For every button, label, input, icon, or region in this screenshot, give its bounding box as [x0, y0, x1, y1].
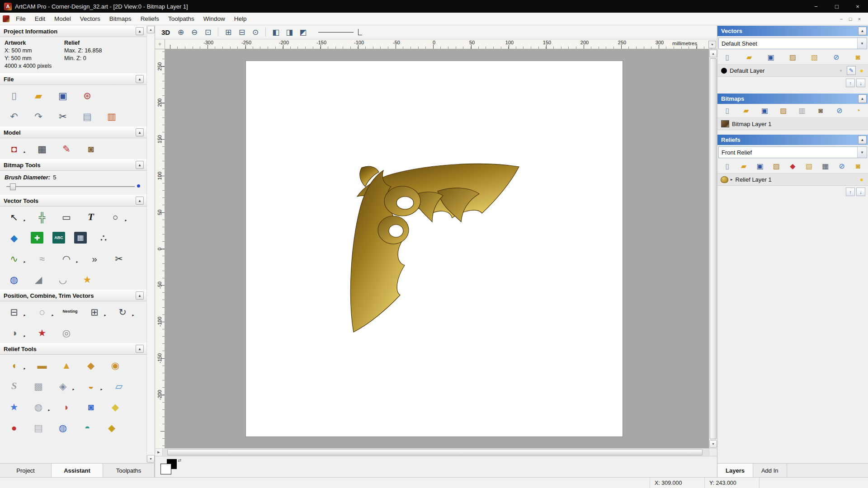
export-model-icon[interactable]: ⊛	[80, 89, 95, 102]
menu-vectors[interactable]: Vectors	[75, 13, 105, 25]
menu-model[interactable]: Model	[50, 13, 75, 25]
export-relief-icon[interactable]: ▧	[804, 161, 815, 171]
new-model-icon[interactable]: ▯	[6, 89, 22, 102]
scroll-up-button[interactable]: ▲	[147, 26, 155, 33]
zoom-objects-icon[interactable]: ⊞	[223, 27, 234, 38]
model-sheet[interactable]	[245, 61, 623, 437]
polyline-tool-icon[interactable]: ∿	[6, 252, 22, 265]
collapse-button[interactable]: ▲	[136, 345, 144, 353]
save-relief-layer-icon[interactable]: ▣	[755, 161, 765, 171]
menu-edit[interactable]: Edit	[30, 13, 50, 25]
pane-toggle-button[interactable]: ▶	[155, 449, 163, 456]
undo-icon[interactable]: ↶	[6, 109, 22, 123]
colour-shape-icon[interactable]: ✎	[59, 142, 74, 155]
menu-bitmaps[interactable]: Bitmaps	[105, 13, 136, 25]
scroll-up-button[interactable]: ▲	[709, 50, 717, 57]
collapse-button[interactable]: ▲	[136, 197, 144, 205]
canvas-vertical-scrollbar[interactable]: ▲ ▼	[709, 49, 717, 448]
text-on-curve-icon[interactable]: ABC	[52, 232, 65, 244]
bitmap-preview-icon[interactable]: ◙	[815, 106, 826, 116]
spin-relief-icon[interactable]: ◉	[108, 358, 123, 372]
mirror-vectors-icon[interactable]: ◑	[6, 326, 22, 339]
menu-reliefs[interactable]: Reliefs	[136, 13, 164, 25]
scroll-down-button[interactable]: ▼	[147, 455, 155, 463]
ruler-options-button[interactable]: ▼	[708, 41, 716, 48]
import-vectors-icon[interactable]: ▨	[787, 52, 798, 62]
lock-layer-icon[interactable]: ▫	[836, 66, 845, 75]
zoom-in-icon[interactable]: ⊕	[175, 27, 186, 38]
mdi-minimize-button[interactable]: −	[837, 16, 845, 22]
scrollbar-thumb[interactable]	[710, 58, 717, 439]
collapse-button[interactable]: ▲	[136, 75, 144, 83]
tab-layers[interactable]: Layers	[717, 464, 753, 477]
move-layer-down-button[interactable]: ↓	[856, 188, 865, 196]
relief-tool-icon[interactable]: ◆	[104, 421, 119, 434]
mdi-close-button[interactable]: ×	[855, 16, 863, 22]
load-bitmap-icon[interactable]: ◙	[83, 142, 99, 155]
toggle-3d-view-button[interactable]: 3D	[159, 28, 173, 37]
relief-tool-icon[interactable]: ▤	[31, 421, 46, 434]
move-layer-up-button[interactable]: ↑	[846, 188, 855, 196]
dropdown-arrow-icon[interactable]: ▼	[857, 38, 867, 49]
s-profile-icon[interactable]: S	[6, 379, 22, 393]
import-relief-icon[interactable]: ▨	[771, 161, 782, 171]
weld-vectors-icon[interactable]: ★	[34, 326, 50, 339]
ruler-origin-button[interactable]: +	[155, 39, 165, 49]
layer-row-bitmap-layer-1[interactable]: Bitmap Layer 1	[717, 117, 868, 130]
new-bitmap-layer-icon[interactable]: ▯	[722, 106, 733, 116]
transform-tool-icon[interactable]: ╬	[34, 210, 50, 224]
star-relief-icon[interactable]: ★	[6, 400, 22, 413]
rectangle-tool-icon[interactable]: ▭	[59, 210, 74, 224]
relief-tool-icon[interactable]: ◍	[55, 421, 71, 434]
collapse-button[interactable]: ▲	[858, 136, 867, 144]
new-vector-layer-icon[interactable]: ▯	[722, 52, 733, 62]
delete-layer-icon[interactable]: ⊘	[831, 52, 842, 62]
zoom-selected-icon[interactable]: ⊙	[250, 27, 261, 38]
fillet-tool-icon[interactable]: ◢	[31, 272, 46, 286]
expand-layer-icon[interactable]: ▸	[731, 177, 733, 182]
reliefs-panel-header[interactable]: Reliefs ▲	[717, 135, 868, 145]
freehand-tool-icon[interactable]: ≈	[34, 252, 50, 265]
scrollbar-track[interactable]	[163, 449, 709, 455]
select-tool-icon[interactable]: ↖	[6, 210, 22, 224]
canvas-horizontal-scrollbar[interactable]: ▶	[155, 448, 717, 456]
brush-diameter-slider[interactable]	[6, 183, 140, 191]
relief-colour-icon[interactable]: ◙	[853, 161, 863, 171]
scroll-down-button[interactable]: ▼	[709, 440, 717, 448]
add-node-icon[interactable]: ✚	[31, 232, 43, 244]
two-rail-sweep-icon[interactable]: ◈	[55, 379, 71, 393]
trace-bitmap-icon[interactable]: ◆	[6, 231, 22, 244]
menu-window[interactable]: Window	[199, 13, 230, 25]
layer-row-default-layer[interactable]: Default Layer ▫ ✎ ●	[717, 64, 868, 77]
relief-clipart-icon[interactable]: ◆	[788, 161, 798, 171]
swap-colours-icon[interactable]: ⇄	[178, 458, 181, 463]
cut-icon[interactable]: ✂	[55, 109, 71, 123]
arc-tool-icon[interactable]: ◠	[59, 252, 74, 265]
slider-thumb[interactable]	[10, 183, 16, 190]
relief-grid-icon[interactable]: ▦	[820, 161, 831, 171]
document-icon[interactable]	[3, 15, 9, 22]
paste-icon[interactable]: ▥	[104, 109, 119, 123]
offset-vectors-icon[interactable]: ◍	[6, 272, 22, 286]
menu-toolpaths[interactable]: Toolpaths	[164, 13, 199, 25]
import-bitmap-icon[interactable]: ▨	[778, 106, 789, 116]
fade-relief-icon[interactable]: ◆	[108, 400, 123, 413]
close-button[interactable]: ×	[847, 0, 868, 13]
close-vector-icon[interactable]: ◡	[55, 272, 71, 286]
minimize-button[interactable]: −	[806, 0, 826, 13]
zoom-fit-icon[interactable]: ⊟	[236, 27, 247, 38]
colour-reduce-icon[interactable]: ◔	[853, 106, 863, 116]
relief-selector[interactable]: Front Relief ▼	[718, 146, 867, 158]
menu-help[interactable]: Help	[230, 13, 251, 25]
merge-layers-icon[interactable]: ◙	[853, 52, 863, 62]
trim-vectors-icon[interactable]: ✂	[111, 252, 127, 265]
line-width-handle[interactable]	[358, 29, 362, 35]
layer-colour-swatch[interactable]	[721, 68, 727, 74]
assistant-scrollbar[interactable]: ▲ ▼	[146, 25, 155, 463]
star-tool-icon[interactable]: ★	[80, 272, 95, 286]
save-model-icon[interactable]: ▣	[55, 89, 71, 102]
collapse-button[interactable]: ▲	[858, 94, 867, 103]
delete-layer-icon[interactable]: ⊘	[836, 161, 847, 171]
move-layer-up-button[interactable]: ↑	[846, 79, 855, 87]
block-copy-icon[interactable]: ⊞	[87, 305, 102, 319]
